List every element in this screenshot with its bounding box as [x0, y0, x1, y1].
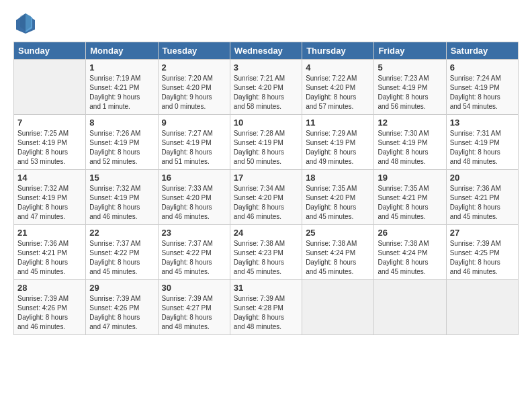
day-info: Sunrise: 7:38 AM Sunset: 4:24 PM Dayligh… [378, 239, 442, 277]
calendar-cell: 5Sunrise: 7:23 AM Sunset: 4:19 PM Daylig… [374, 60, 446, 115]
day-number: 26 [378, 228, 442, 238]
calendar-cell: 23Sunrise: 7:37 AM Sunset: 4:22 PM Dayli… [158, 225, 230, 280]
day-number: 24 [234, 228, 298, 238]
day-info: Sunrise: 7:27 AM Sunset: 4:19 PM Dayligh… [162, 129, 226, 167]
logo [13, 11, 40, 35]
week-row-2: 14Sunrise: 7:32 AM Sunset: 4:19 PM Dayli… [14, 170, 519, 225]
day-info: Sunrise: 7:39 AM Sunset: 4:26 PM Dayligh… [89, 294, 154, 332]
day-info: Sunrise: 7:32 AM Sunset: 4:19 PM Dayligh… [89, 184, 154, 222]
calendar-cell: 1Sunrise: 7:19 AM Sunset: 4:21 PM Daylig… [86, 60, 158, 115]
calendar-cell: 4Sunrise: 7:22 AM Sunset: 4:20 PM Daylig… [302, 60, 374, 115]
day-info: Sunrise: 7:19 AM Sunset: 4:21 PM Dayligh… [89, 74, 154, 111]
calendar-cell: 11Sunrise: 7:29 AM Sunset: 4:19 PM Dayli… [302, 115, 374, 170]
calendar-cell: 9Sunrise: 7:27 AM Sunset: 4:19 PM Daylig… [158, 115, 230, 170]
day-info: Sunrise: 7:37 AM Sunset: 4:22 PM Dayligh… [162, 239, 226, 277]
day-info: Sunrise: 7:39 AM Sunset: 4:26 PM Dayligh… [17, 294, 82, 332]
calendar-cell: 3Sunrise: 7:21 AM Sunset: 4:20 PM Daylig… [230, 60, 302, 115]
day-number: 30 [162, 283, 226, 293]
week-row-4: 28Sunrise: 7:39 AM Sunset: 4:26 PM Dayli… [14, 280, 519, 335]
day-info: Sunrise: 7:31 AM Sunset: 4:19 PM Dayligh… [450, 129, 515, 167]
day-number: 15 [89, 173, 154, 183]
calendar-cell: 27Sunrise: 7:39 AM Sunset: 4:25 PM Dayli… [446, 225, 518, 280]
calendar-cell: 31Sunrise: 7:39 AM Sunset: 4:28 PM Dayli… [230, 280, 302, 335]
day-info: Sunrise: 7:35 AM Sunset: 4:20 PM Dayligh… [306, 184, 370, 222]
calendar-cell [446, 280, 518, 335]
calendar-cell [14, 60, 86, 115]
calendar-cell: 22Sunrise: 7:37 AM Sunset: 4:22 PM Dayli… [86, 225, 158, 280]
day-info: Sunrise: 7:36 AM Sunset: 4:21 PM Dayligh… [450, 184, 515, 222]
day-number: 21 [17, 228, 82, 238]
calendar-cell: 26Sunrise: 7:38 AM Sunset: 4:24 PM Dayli… [374, 225, 446, 280]
calendar-cell: 30Sunrise: 7:39 AM Sunset: 4:27 PM Dayli… [158, 280, 230, 335]
weekday-header-sunday: Sunday [14, 42, 86, 60]
calendar-cell [302, 280, 374, 335]
day-info: Sunrise: 7:23 AM Sunset: 4:19 PM Dayligh… [378, 74, 442, 111]
calendar-cell: 12Sunrise: 7:30 AM Sunset: 4:19 PM Dayli… [374, 115, 446, 170]
calendar-cell: 7Sunrise: 7:25 AM Sunset: 4:19 PM Daylig… [14, 115, 86, 170]
calendar-cell: 21Sunrise: 7:36 AM Sunset: 4:21 PM Dayli… [14, 225, 86, 280]
day-info: Sunrise: 7:29 AM Sunset: 4:19 PM Dayligh… [306, 129, 370, 167]
day-number: 16 [162, 173, 226, 183]
day-number: 13 [450, 118, 515, 128]
calendar-cell: 19Sunrise: 7:35 AM Sunset: 4:21 PM Dayli… [374, 170, 446, 225]
calendar-cell: 17Sunrise: 7:34 AM Sunset: 4:20 PM Dayli… [230, 170, 302, 225]
weekday-header-wednesday: Wednesday [230, 42, 302, 60]
day-number: 22 [89, 228, 154, 238]
day-number: 31 [234, 283, 298, 293]
calendar-cell: 14Sunrise: 7:32 AM Sunset: 4:19 PM Dayli… [14, 170, 86, 225]
header [13, 11, 519, 35]
calendar-cell: 29Sunrise: 7:39 AM Sunset: 4:26 PM Dayli… [86, 280, 158, 335]
calendar-cell: 16Sunrise: 7:33 AM Sunset: 4:20 PM Dayli… [158, 170, 230, 225]
day-number: 5 [378, 62, 442, 73]
day-number: 18 [306, 173, 370, 183]
weekday-header-monday: Monday [86, 42, 158, 60]
calendar-cell: 20Sunrise: 7:36 AM Sunset: 4:21 PM Dayli… [446, 170, 518, 225]
weekday-header-saturday: Saturday [446, 42, 518, 60]
day-number: 10 [234, 118, 298, 128]
day-number: 4 [306, 62, 370, 73]
weekday-header-thursday: Thursday [302, 42, 374, 60]
day-info: Sunrise: 7:32 AM Sunset: 4:19 PM Dayligh… [17, 184, 82, 222]
day-info: Sunrise: 7:30 AM Sunset: 4:19 PM Dayligh… [378, 129, 442, 167]
calendar: SundayMondayTuesdayWednesdayThursdayFrid… [13, 42, 519, 335]
day-info: Sunrise: 7:39 AM Sunset: 4:27 PM Dayligh… [162, 294, 226, 332]
calendar-cell: 18Sunrise: 7:35 AM Sunset: 4:20 PM Dayli… [302, 170, 374, 225]
day-info: Sunrise: 7:39 AM Sunset: 4:28 PM Dayligh… [234, 294, 298, 332]
week-row-1: 7Sunrise: 7:25 AM Sunset: 4:19 PM Daylig… [14, 115, 519, 170]
day-info: Sunrise: 7:20 AM Sunset: 4:20 PM Dayligh… [162, 74, 226, 111]
day-info: Sunrise: 7:38 AM Sunset: 4:24 PM Dayligh… [306, 239, 370, 277]
day-number: 7 [17, 118, 82, 128]
calendar-cell: 25Sunrise: 7:38 AM Sunset: 4:24 PM Dayli… [302, 225, 374, 280]
day-info: Sunrise: 7:38 AM Sunset: 4:23 PM Dayligh… [234, 239, 298, 277]
day-number: 3 [234, 62, 298, 73]
day-info: Sunrise: 7:24 AM Sunset: 4:19 PM Dayligh… [450, 74, 515, 111]
day-info: Sunrise: 7:25 AM Sunset: 4:19 PM Dayligh… [17, 129, 82, 167]
day-number: 12 [378, 118, 442, 128]
day-info: Sunrise: 7:35 AM Sunset: 4:21 PM Dayligh… [378, 184, 442, 222]
weekday-header-friday: Friday [374, 42, 446, 60]
day-info: Sunrise: 7:36 AM Sunset: 4:21 PM Dayligh… [17, 239, 82, 277]
day-info: Sunrise: 7:26 AM Sunset: 4:19 PM Dayligh… [89, 129, 154, 167]
day-info: Sunrise: 7:37 AM Sunset: 4:22 PM Dayligh… [89, 239, 154, 277]
day-number: 2 [162, 62, 226, 73]
day-number: 23 [162, 228, 226, 238]
week-row-0: 1Sunrise: 7:19 AM Sunset: 4:21 PM Daylig… [14, 60, 519, 115]
day-number: 11 [306, 118, 370, 128]
day-number: 29 [89, 283, 154, 293]
weekday-header-row: SundayMondayTuesdayWednesdayThursdayFrid… [14, 42, 519, 60]
day-info: Sunrise: 7:34 AM Sunset: 4:20 PM Dayligh… [234, 184, 298, 222]
day-number: 27 [450, 228, 515, 238]
day-number: 19 [378, 173, 442, 183]
day-number: 28 [17, 283, 82, 293]
calendar-cell: 13Sunrise: 7:31 AM Sunset: 4:19 PM Dayli… [446, 115, 518, 170]
week-row-3: 21Sunrise: 7:36 AM Sunset: 4:21 PM Dayli… [14, 225, 519, 280]
calendar-cell: 24Sunrise: 7:38 AM Sunset: 4:23 PM Dayli… [230, 225, 302, 280]
day-number: 20 [450, 173, 515, 183]
day-number: 1 [89, 62, 154, 73]
day-number: 17 [234, 173, 298, 183]
day-info: Sunrise: 7:22 AM Sunset: 4:20 PM Dayligh… [306, 74, 370, 111]
calendar-cell: 8Sunrise: 7:26 AM Sunset: 4:19 PM Daylig… [86, 115, 158, 170]
day-info: Sunrise: 7:21 AM Sunset: 4:20 PM Dayligh… [234, 74, 298, 111]
day-info: Sunrise: 7:28 AM Sunset: 4:19 PM Dayligh… [234, 129, 298, 167]
calendar-cell: 28Sunrise: 7:39 AM Sunset: 4:26 PM Dayli… [14, 280, 86, 335]
